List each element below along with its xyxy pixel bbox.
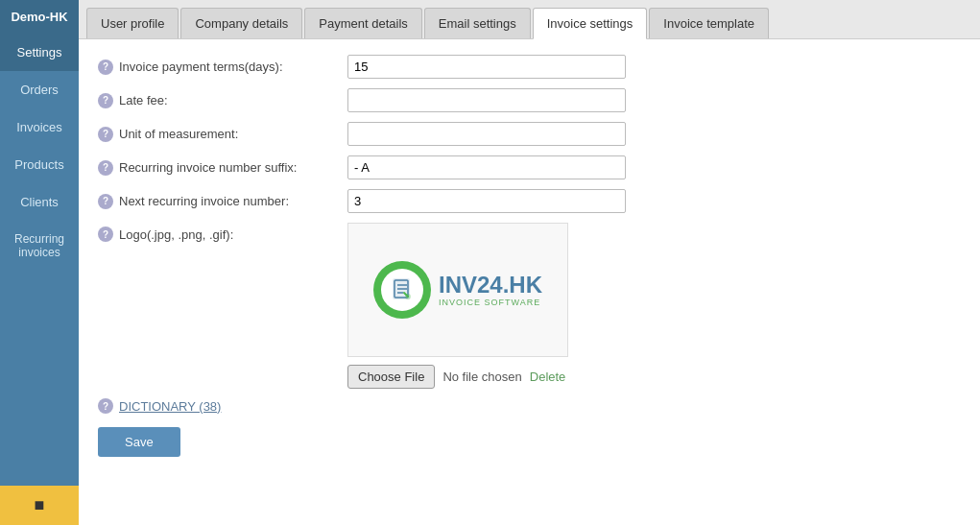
sidebar-item-orders[interactable]: Orders [0,71,79,108]
file-row: Choose File No file chosen Delete [347,365,568,389]
unit-measurement-row: ? Unit of measurement: [98,122,961,146]
tab-invoice-settings[interactable]: Invoice settings [533,8,648,39]
payment-terms-input[interactable] [347,55,626,79]
file-name-text: No file chosen [442,370,521,384]
next-recurring-info-icon: ? [98,194,113,209]
tab-invoice-template[interactable]: Invoice template [649,8,769,38]
logo-section: ? Logo(.jpg, .png, .gif): [98,223,961,389]
inv-logo-icon [387,274,418,305]
payment-terms-label: ? Invoice payment terms(days): [98,60,347,75]
tab-company-details[interactable]: Company details [180,8,302,38]
tab-user-profile[interactable]: User profile [86,8,179,38]
late-fee-info-icon: ? [98,93,113,108]
save-button[interactable]: Save [98,427,180,457]
content-area: ? Invoice payment terms(days): ? Late fe… [79,39,980,525]
payment-terms-row: ? Invoice payment terms(days): [98,55,961,79]
sidebar-action-icon[interactable]: ■ [0,486,79,525]
late-fee-row: ? Late fee: [98,88,961,112]
next-recurring-row: ? Next recurring invoice number: [98,189,961,213]
sidebar-item-settings[interactable]: Settings [0,34,79,71]
sidebar-brand[interactable]: Demo-HK [0,0,79,34]
unit-measurement-info-icon: ? [98,127,113,142]
tab-payment-details[interactable]: Payment details [304,8,422,38]
tab-email-settings[interactable]: Email settings [424,8,531,38]
tabs-bar: User profile Company details Payment det… [79,0,980,39]
late-fee-input[interactable] [347,88,626,112]
next-recurring-label: ? Next recurring invoice number: [98,194,347,209]
inv-text: INV24.HK INVOICE SOFTWARE [439,273,542,307]
logo-label: ? Logo(.jpg, .png, .gif): [98,223,347,242]
inv-circle [373,261,431,319]
recurring-suffix-info-icon: ? [98,160,113,176]
sidebar-bottom: ■ [0,486,79,525]
logo-info-icon: ? [98,227,113,242]
inv-circle-inner [381,269,423,311]
recurring-suffix-row: ? Recurring invoice number suffix: [98,155,961,179]
choose-file-button[interactable]: Choose File [347,365,435,389]
recurring-suffix-label: ? Recurring invoice number suffix: [98,160,347,176]
sidebar-item-clients[interactable]: Clients [0,183,79,221]
next-recurring-input[interactable] [347,189,626,213]
svg-point-5 [405,294,411,299]
sidebar-item-recurring-invoices[interactable]: Recurring invoices [0,221,79,271]
inv-logo: INV24.HK INVOICE SOFTWARE [373,261,542,319]
recurring-suffix-input[interactable] [347,155,626,179]
unit-measurement-input[interactable] [347,122,626,146]
dictionary-row: ? DICTIONARY (38) [98,398,961,414]
logo-preview: INV24.HK INVOICE SOFTWARE [347,223,568,357]
sidebar: Demo-HK Settings Orders Invoices Product… [0,0,79,525]
dictionary-link[interactable]: DICTIONARY (38) [119,399,221,414]
main-area: User profile Company details Payment det… [79,0,980,525]
payment-terms-info-icon: ? [98,60,113,75]
unit-measurement-label: ? Unit of measurement: [98,127,347,142]
sidebar-item-invoices[interactable]: Invoices [0,108,79,146]
delete-link[interactable]: Delete [530,370,566,384]
late-fee-label: ? Late fee: [98,93,347,108]
dictionary-info-icon: ? [98,398,113,414]
sidebar-item-products[interactable]: Products [0,146,79,183]
logo-right: INV24.HK INVOICE SOFTWARE Choose File No… [347,223,568,389]
